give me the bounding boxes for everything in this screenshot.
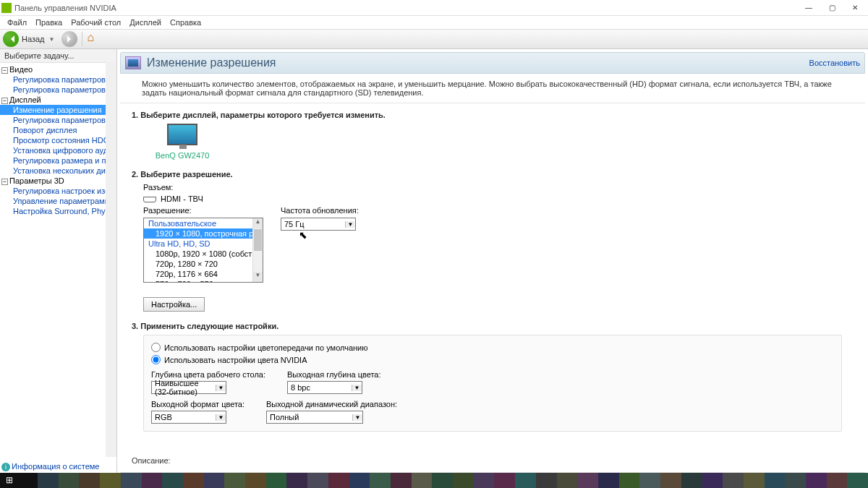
tree-video-color[interactable]: Регулировка параметров цвета для вид [0,74,116,85]
taskbar-thumbnails [38,473,868,488]
chevron-down-icon: ▼ [216,414,226,421]
radio-default-color[interactable]: Использовать настройки цветопередачи по … [151,343,834,352]
collapse-icon[interactable]: − [1,67,8,74]
system-info-link[interactable]: iИнформация о системе [1,462,99,471]
chevron-down-icon: ▼ [216,385,226,391]
step2-label: 2. Выберите разрешение. [132,170,854,179]
back-label: Назад [22,35,45,43]
range-label: Выходной динамический диапазон: [266,400,397,408]
depth-combo[interactable]: Наивысшее (32-битное)▼ [151,381,226,394]
monitor-name: BenQ GW2470 [153,151,211,160]
connector-label: Разъем: [143,183,854,192]
monitor-tile[interactable]: BenQ GW2470 [153,124,211,160]
menu-edit[interactable]: Правка [31,18,67,27]
sidebar-head: Выберите задачу... [0,49,116,63]
tree-digital-audio[interactable]: Установка цифрового аудио [0,145,116,155]
customize-button[interactable]: Настройка... [143,297,205,312]
taskbar[interactable]: ⊞ [0,473,868,488]
tree-size-pos[interactable]: Регулировка размера и положения рабо [0,155,116,166]
monitor-icon [167,124,197,145]
tree-rotate[interactable]: Поворот дисплея [0,125,116,135]
chevron-down-icon: ▼ [352,385,362,391]
menubar: Файл Правка Рабочий стол Дисплей Справка [0,16,868,29]
page-header: Изменение разрешения Восстановить [120,52,865,74]
restore-link[interactable]: Восстановить [809,59,860,67]
collapse-icon[interactable]: − [1,179,8,185]
nvidia-icon [1,3,12,13]
tree-3d-manage[interactable]: Управление параметрами 3D [0,196,116,206]
outdepth-combo[interactable]: 8 bpc▼ [287,381,362,394]
step3-label: 3. Применить следующие настройки. [132,322,854,330]
res-1920x1080-custom[interactable]: 1920 × 1080, построчная развертка [144,228,263,239]
res-720p-1280[interactable]: 720p, 1280 × 720 [144,259,263,269]
window-title: Панель управления NVIDIA [14,4,797,12]
fmt-combo[interactable]: RGB▼ [151,411,226,424]
scroll-down-icon[interactable]: ▼ [253,272,263,282]
page-title: Изменение разрешения [147,56,809,69]
tree-video[interactable]: −Видео [0,64,116,74]
toolbar-separator [82,32,82,46]
resolution-icon [125,56,141,69]
step1-label: 1. Выберите дисплей, параметры которого … [132,111,854,119]
res-720p-1176[interactable]: 720p, 1176 × 664 [144,269,263,279]
radio-nvidia-color[interactable]: Использовать настройки цвета NVIDIA [151,355,834,364]
color-settings-panel: Использовать настройки цветопередачи по … [143,335,842,432]
tree-3d-image[interactable]: Регулировка настроек изображения с пр [0,186,116,196]
res-group-hd: Ultra HD, HD, SD [144,239,263,249]
tree-video-image[interactable]: Регулировка параметров изображения д [0,85,116,95]
tree-hdcp[interactable]: Просмотр состояния HDCP [0,135,116,145]
close-button[interactable]: ✕ [843,1,867,15]
sidebar-scrollbar[interactable] [106,62,116,457]
back-dropdown-icon[interactable]: ▼ [49,36,55,43]
menu-help[interactable]: Справка [166,18,205,27]
listbox-scrollbar[interactable]: ▲▼ [252,218,263,282]
task-tree: −Видео Регулировка параметров цвета для … [0,63,116,216]
tree-display[interactable]: −Дисплей [0,95,116,105]
page-description: Можно уменьшить количество элементов, от… [120,74,865,103]
res-576p[interactable]: 576p, 720 × 576 [144,279,263,283]
connector-value: HDMI - ТВЧ [143,194,854,203]
sidebar: Выберите задачу... −Видео Регулировка па… [0,49,117,473]
task-icon[interactable] [19,474,38,487]
minimize-button[interactable]: — [797,1,820,15]
fmt-label: Выходной формат цвета: [151,400,244,408]
back-button[interactable]: Назад ▼ [3,31,59,47]
collapse-icon[interactable]: − [1,98,8,104]
start-button[interactable]: ⊞ [3,474,16,487]
info-icon: i [1,463,10,471]
tree-change-resolution[interactable]: Изменение разрешения [0,105,116,115]
back-icon [3,31,19,47]
outdepth-label: Выходная глубина цвета: [287,370,381,379]
menu-desktop[interactable]: Рабочий стол [67,18,125,27]
res-group-custom: Пользовательское [144,218,263,228]
tree-desktop-color[interactable]: Регулировка параметров цвета рабоче [0,115,116,125]
menu-file[interactable]: Файл [3,18,31,27]
toolbar: Назад ▼ [0,29,868,49]
maximize-button[interactable]: ▢ [820,1,843,15]
tree-surround-physx[interactable]: Настройка Surround, PhysX [0,206,116,216]
refresh-label: Частота обновления: [281,206,359,215]
depth-label: Глубина цвета рабочего стола: [151,370,265,379]
chevron-down-icon: ▼ [345,221,355,228]
refresh-combo[interactable]: 75 Гц▼ [281,218,356,231]
forward-button[interactable] [61,31,77,47]
resolution-listbox[interactable]: Пользовательское 1920 × 1080, построчная… [143,218,263,283]
home-button[interactable] [87,33,100,46]
tree-multi-display[interactable]: Установка нескольких дисплеев [0,166,116,176]
menu-display[interactable]: Дисплей [125,18,166,27]
scroll-up-icon[interactable]: ▲ [253,218,263,228]
res-1080p[interactable]: 1080p, 1920 × 1080 (собственное) [144,249,263,259]
range-combo[interactable]: Полный▼ [266,411,363,424]
main-panel: Изменение разрешения Восстановить Можно … [117,49,868,473]
tree-3d[interactable]: −Параметры 3D [0,176,116,186]
titlebar: Панель управления NVIDIA — ▢ ✕ [0,0,868,16]
hdmi-icon [143,197,156,202]
description-head: Описание: [117,449,868,472]
chevron-down-icon: ▼ [352,414,362,421]
scroll-thumb[interactable] [254,229,262,251]
resolution-label: Разрешение: [143,206,263,215]
